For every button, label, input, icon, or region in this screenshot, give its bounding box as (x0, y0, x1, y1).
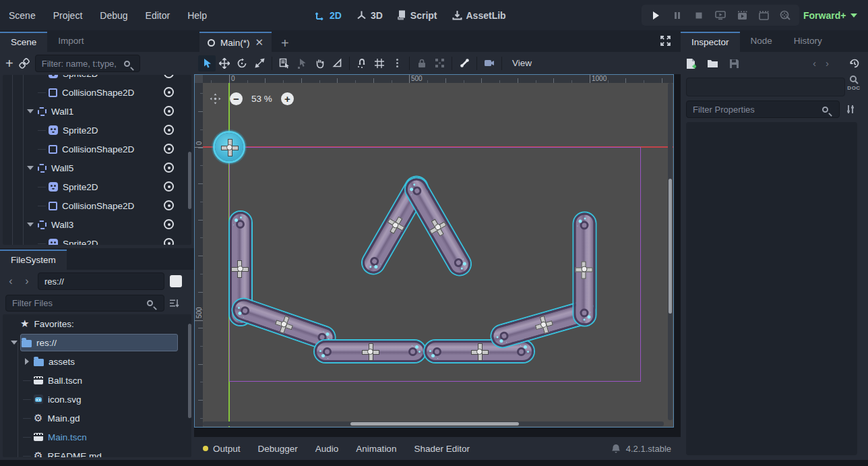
tree-row-wall1[interactable]: Wall1 (3, 102, 191, 121)
move-gizmo-icon[interactable] (384, 214, 406, 237)
tab-scene[interactable]: Scene (0, 32, 47, 52)
lock-icon[interactable] (413, 55, 431, 71)
file-row-favorites[interactable]: ★Favorites: (3, 314, 191, 333)
tree-row-collisionshape2d[interactable]: CollisionShape2D (3, 83, 191, 102)
property-tools-icon[interactable] (846, 105, 855, 115)
bottom-tab-animation[interactable]: Animation (347, 444, 405, 454)
smart-snap-icon[interactable] (353, 55, 371, 71)
toggle-split-mode-button[interactable] (170, 275, 182, 287)
visibility-toggle-icon[interactable] (164, 125, 174, 135)
bottom-tab-debugger[interactable]: Debugger (249, 444, 307, 454)
menu-help[interactable]: Help (179, 10, 216, 21)
canvas-hscroll-thumb[interactable] (350, 422, 519, 426)
menu-editor[interactable]: Editor (137, 10, 179, 21)
2d-viewport[interactable]: 05001000 0500 − 53 % + (194, 74, 674, 428)
chevron-down-icon[interactable] (27, 109, 34, 113)
forward-icon[interactable]: › (826, 57, 829, 69)
chevron-right-icon[interactable] (25, 358, 29, 365)
select-tool-button[interactable] (198, 55, 216, 71)
camera-override-icon[interactable] (480, 55, 498, 71)
skeleton-bone-icon[interactable] (456, 55, 473, 71)
menu-project[interactable]: Project (44, 10, 92, 21)
zoom-percent[interactable]: 53 % (251, 94, 272, 104)
move-gizmo-icon[interactable] (274, 314, 294, 334)
search-help-button[interactable]: DOC (845, 75, 863, 91)
menu-debug[interactable]: Debug (91, 10, 136, 21)
canvas-vscroll-thumb[interactable] (669, 179, 672, 314)
workspace-script[interactable]: Script (398, 10, 437, 21)
scene-tree-scrollbar[interactable] (188, 152, 191, 209)
tree-row-sprite2d[interactable]: Sprite2D (3, 234, 191, 245)
rotate-tool-button[interactable] (233, 55, 251, 71)
visibility-toggle-icon[interactable] (164, 200, 174, 210)
snap-options-menu-icon[interactable] (388, 55, 406, 71)
visibility-toggle-icon[interactable] (164, 219, 174, 229)
bottom-tab-output[interactable]: Output (194, 444, 249, 454)
grid-snap-icon[interactable] (371, 55, 388, 71)
scene-tab-main[interactable]: Main(*) ✕ (199, 32, 272, 52)
play-scene-button[interactable] (735, 8, 749, 23)
visibility-toggle-icon[interactable] (164, 144, 174, 154)
group-icon[interactable] (431, 55, 448, 71)
movie-writer-button[interactable] (778, 8, 793, 23)
tree-row-sprite2d[interactable]: Sprite2D (3, 121, 191, 140)
chevron-down-icon[interactable] (11, 341, 18, 345)
path-field[interactable] (38, 272, 164, 290)
bottom-tab-shader-editor[interactable]: Shader Editor (405, 444, 478, 454)
file-filter-input[interactable] (5, 295, 164, 312)
file-row-iconsvg[interactable]: icon.svg (3, 390, 191, 409)
pause-button[interactable] (670, 8, 685, 23)
expand-viewport-icon[interactable] (660, 35, 671, 47)
file-row-readmemd[interactable]: ⚙README.md (3, 446, 191, 457)
canvas-hscroll-track[interactable] (203, 421, 664, 426)
zoom-in-button[interactable]: + (281, 92, 294, 105)
visibility-toggle-icon[interactable] (164, 75, 174, 78)
stop-button[interactable] (691, 8, 706, 23)
tab-node[interactable]: Node (740, 32, 783, 52)
wall-capsule-8[interactable] (574, 213, 595, 326)
tree-row-wall5[interactable]: Wall5 (3, 158, 191, 177)
canvas-stage[interactable] (195, 75, 673, 427)
file-row-assets[interactable]: assets (3, 352, 191, 371)
view-menu-button[interactable]: View (505, 58, 538, 68)
load-resource-icon[interactable] (707, 59, 718, 68)
workspace-3d[interactable]: 3D (356, 10, 383, 21)
move-gizmo-icon[interactable] (427, 216, 450, 238)
new-resource-icon[interactable] (686, 58, 696, 69)
move-gizmo-icon[interactable] (232, 260, 249, 276)
play-custom-scene-button[interactable] (756, 8, 771, 23)
move-gizmo-icon[interactable] (221, 139, 237, 155)
wall-capsule-6[interactable] (425, 341, 534, 362)
visibility-toggle-icon[interactable] (164, 106, 174, 116)
list-select-tool-button[interactable] (276, 55, 293, 71)
file-row-maintscn[interactable]: Main.tscn (3, 428, 191, 446)
visibility-toggle-icon[interactable] (164, 181, 174, 192)
play-remote-button[interactable] (713, 8, 728, 23)
canvas-vscroll-track[interactable] (668, 83, 673, 420)
back-icon[interactable]: ‹ (813, 57, 816, 69)
file-row-maingd[interactable]: ⚙Main.gd (3, 409, 191, 428)
tree-row-sprite2d[interactable]: Sprite2D (3, 177, 191, 196)
center-view-icon[interactable] (210, 93, 221, 105)
sort-files-icon[interactable] (169, 299, 179, 308)
property-filter-input[interactable] (686, 100, 840, 118)
visibility-toggle-icon[interactable] (164, 163, 174, 173)
tab-inspector[interactable]: Inspector (681, 32, 740, 52)
workspace-assetlib[interactable]: AssetLib (452, 10, 506, 21)
move-tool-button[interactable] (216, 55, 233, 71)
pan-tool-button[interactable] (311, 55, 328, 71)
bottom-tab-audio[interactable]: Audio (307, 444, 348, 454)
tree-row-wall3[interactable]: Wall3 (3, 215, 191, 234)
move-gizmo-icon[interactable] (362, 343, 378, 359)
pixel-snap-tool-button[interactable] (293, 55, 311, 71)
new-scene-tab-button[interactable]: + (281, 34, 289, 52)
history-back-button[interactable]: ‹ (5, 275, 16, 287)
instance-scene-button[interactable] (19, 58, 30, 69)
file-row-balltscn[interactable]: Ball.tscn (3, 371, 191, 390)
menu-scene[interactable]: Scene (0, 10, 44, 21)
bell-icon[interactable] (611, 444, 621, 454)
wall-capsule-5[interactable] (315, 341, 425, 362)
move-gizmo-icon[interactable] (576, 261, 592, 277)
tab-filesystem[interactable]: FileSystem (0, 250, 67, 270)
move-gizmo-icon[interactable] (471, 343, 487, 359)
